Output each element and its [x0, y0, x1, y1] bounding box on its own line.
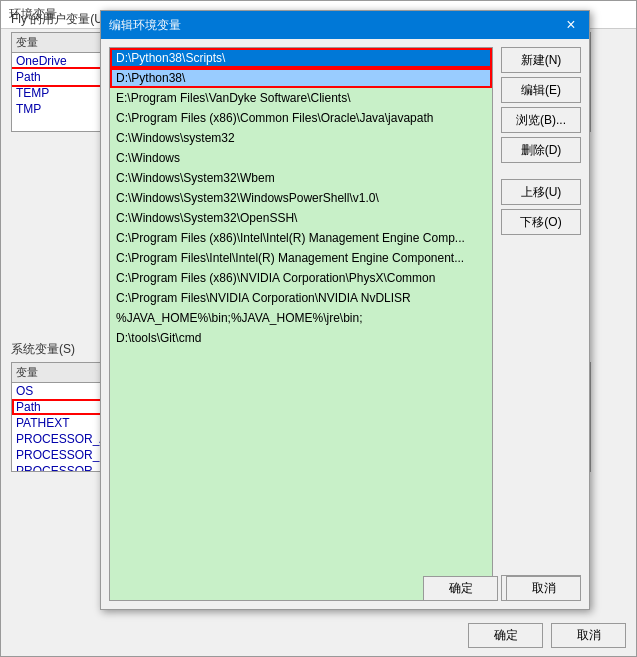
path-item-6[interactable]: C:\Windows\System32\Wbem	[110, 168, 492, 188]
browse-button[interactable]: 浏览(B)...	[501, 107, 581, 133]
path-item-0[interactable]: D:\Python38\Scripts\	[110, 48, 492, 68]
path-item-7[interactable]: C:\Windows\System32\WindowsPowerShell\v1…	[110, 188, 492, 208]
dialog-bottom-buttons: 确定 取消	[423, 576, 581, 601]
spacer	[501, 167, 581, 175]
path-item-11[interactable]: C:\Program Files (x86)\NVIDIA Corporatio…	[110, 268, 492, 288]
dialog-titlebar: 编辑环境变量 ×	[101, 11, 589, 39]
path-item-14[interactable]: D:\tools\Git\cmd	[110, 328, 492, 348]
path-item-10[interactable]: C:\Program Files\Intel\Intel(R) Manageme…	[110, 248, 492, 268]
path-item-3[interactable]: C:\Program Files (x86)\Common Files\Orac…	[110, 108, 492, 128]
env-bottom-buttons: 确定 取消	[468, 623, 626, 648]
edit-button[interactable]: 编辑(E)	[501, 77, 581, 103]
move-down-button[interactable]: 下移(O)	[501, 209, 581, 235]
new-button[interactable]: 新建(N)	[501, 47, 581, 73]
dialog-ok-button[interactable]: 确定	[423, 576, 498, 601]
path-item-13[interactable]: %JAVA_HOME%\bin;%JAVA_HOME%\jre\bin;	[110, 308, 492, 328]
path-item-4[interactable]: C:\Windows\system32	[110, 128, 492, 148]
env-ok-button[interactable]: 确定	[468, 623, 543, 648]
path-item-12[interactable]: C:\Program Files\NVIDIA Corporation\NVID…	[110, 288, 492, 308]
dialog-title: 编辑环境变量	[109, 17, 181, 34]
delete-button[interactable]: 删除(D)	[501, 137, 581, 163]
edit-dialog: 编辑环境变量 × D:\Python38\Scripts\ D:\Python3…	[100, 10, 590, 610]
flex-spacer	[501, 239, 581, 571]
dialog-body: D:\Python38\Scripts\ D:\Python38\ E:\Pro…	[101, 39, 589, 609]
path-item-8[interactable]: C:\Windows\System32\OpenSSH\	[110, 208, 492, 228]
side-buttons: 新建(N) 编辑(E) 浏览(B)... 删除(D) 上移(U) 下移(O) 编…	[501, 47, 581, 601]
path-item-2[interactable]: E:\Program Files\VanDyke Software\Client…	[110, 88, 492, 108]
path-item-9[interactable]: C:\Program Files (x86)\Intel\Intel(R) Ma…	[110, 228, 492, 248]
dialog-cancel-button[interactable]: 取消	[506, 576, 581, 601]
move-up-button[interactable]: 上移(U)	[501, 179, 581, 205]
path-item-1[interactable]: D:\Python38\	[110, 68, 492, 88]
env-cancel-button[interactable]: 取消	[551, 623, 626, 648]
path-list[interactable]: D:\Python38\Scripts\ D:\Python38\ E:\Pro…	[109, 47, 493, 601]
dialog-close-button[interactable]: ×	[561, 15, 581, 35]
path-item-5[interactable]: C:\Windows	[110, 148, 492, 168]
